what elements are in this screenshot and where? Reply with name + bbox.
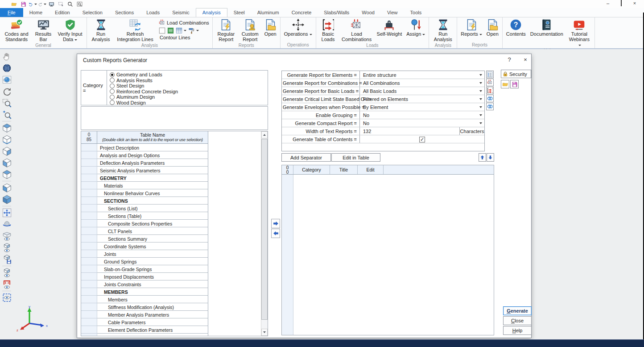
tab-concrete[interactable]: Concrete [285, 8, 318, 17]
show-elements-button[interactable] [1, 267, 12, 278]
tab-view[interactable]: View [381, 8, 404, 17]
globe-view-button[interactable] [1, 63, 12, 74]
view-front-button[interactable] [1, 146, 12, 157]
tab-wood[interactable]: Wood [355, 8, 381, 17]
table-row[interactable]: Analysis and Design Options [81, 151, 209, 159]
table-row[interactable]: Members [81, 296, 209, 303]
button-codes-and-standards[interactable]: Codes and Standards [1, 18, 32, 42]
button-contour-green[interactable] [167, 27, 174, 34]
button-open[interactable]: Open [262, 18, 279, 37]
restore-button[interactable] [615, 0, 628, 7]
tab-file[interactable]: File [0, 8, 23, 17]
button-self-weight[interactable]: Self-Weight [375, 18, 405, 37]
close-button[interactable]: Close [503, 316, 532, 325]
section-view-button[interactable] [1, 230, 12, 242]
button-custom-report[interactable]: Custom Report [238, 18, 262, 42]
view-top-button[interactable] [1, 122, 12, 134]
remove-from-report-button[interactable] [271, 229, 280, 238]
open-file-button[interactable] [10, 0, 18, 8]
button-load-combinations[interactable]: Load Combinations [339, 18, 375, 42]
param-value[interactable]: 132 [360, 127, 459, 135]
table-row[interactable]: Joints [81, 250, 209, 258]
generate-button[interactable]: Generate [503, 306, 532, 315]
zoom-selection-button[interactable] [1, 109, 12, 120]
render-view-button[interactable] [1, 74, 12, 85]
scroll-down-button[interactable] [261, 329, 268, 336]
table-row[interactable]: Coordinate Systems [81, 242, 209, 250]
move-down-button[interactable] [487, 153, 494, 162]
minimize-button[interactable]: – [601, 0, 615, 7]
undo-button[interactable] [29, 0, 37, 8]
select-area-button[interactable] [57, 0, 65, 8]
param-value[interactable]: All Basic Loads [360, 87, 484, 95]
table-row[interactable]: Ground Springs [81, 258, 209, 265]
redo-button[interactable] [38, 0, 46, 8]
param-value[interactable]: By Element [360, 103, 484, 111]
display-button[interactable] [47, 0, 56, 8]
close-window-button[interactable]: × [628, 0, 641, 7]
save-report-template-button[interactable] [510, 80, 519, 88]
button-results-bar[interactable]: Results Bar [32, 18, 55, 42]
rotate-view-button[interactable] [1, 86, 12, 97]
preview-button[interactable] [75, 0, 84, 8]
table-row[interactable]: Project Description [81, 144, 209, 151]
table-row[interactable]: Member Analysis Parameters [81, 311, 209, 318]
tab-edition[interactable]: Edition [49, 8, 76, 17]
orbit-view-button[interactable] [1, 219, 12, 230]
table-row[interactable]: Materials [81, 182, 209, 189]
table-row[interactable]: Sections (Table) [81, 212, 209, 220]
button-contour-table[interactable] [176, 27, 186, 34]
button-reports[interactable]: Reports [458, 18, 484, 37]
tab-sections[interactable]: Sections [109, 8, 140, 17]
open-report-template-button[interactable] [501, 80, 509, 88]
tab-steel[interactable]: Steel [227, 8, 251, 17]
pick-basic-loads-button[interactable] [486, 87, 494, 94]
table-row[interactable]: CLT Panels [81, 227, 209, 235]
radio-aluminum-design[interactable]: Aluminum Design [110, 94, 268, 100]
button-regular-report[interactable]: Regular Report [214, 18, 238, 42]
button-contour-lines[interactable]: Contour Lines [159, 35, 209, 40]
table-row[interactable]: GEOMETRY [81, 174, 209, 182]
link-envelopes-button[interactable] [486, 103, 494, 110]
pan-view-button[interactable] [1, 51, 12, 62]
view-iso-button[interactable] [1, 169, 12, 180]
param-value[interactable]: Filtered on Elements [360, 95, 484, 103]
radio-geometry-and-loads[interactable]: Geometry and Loads [110, 72, 268, 78]
security-button[interactable]: Security [501, 70, 531, 78]
tab-home[interactable]: Home [23, 8, 49, 17]
button-verify-input-data[interactable]: Verify Input Data [55, 18, 85, 42]
tab-seismic[interactable]: Seismic [166, 8, 196, 17]
table-row[interactable]: Imposed Displacements [81, 273, 209, 280]
scroll-up-button[interactable] [261, 131, 268, 138]
button-contents[interactable]: ?Contents [504, 18, 528, 37]
radio-steel-design[interactable]: Steel Design [110, 83, 268, 89]
scrollbar-thumb[interactable] [261, 139, 268, 320]
table-row[interactable]: Seismic Analysis Parameters [81, 167, 209, 174]
tab-aluminum[interactable]: Aluminum [251, 8, 285, 17]
view-3d-button[interactable] [1, 194, 12, 205]
tab-selection[interactable]: Selection [76, 8, 109, 17]
tab-tools[interactable]: Tools [404, 8, 428, 17]
link-limit-state-button[interactable] [486, 95, 494, 102]
zoom-window-button[interactable] [1, 97, 12, 109]
button-contour-white[interactable] [159, 27, 165, 34]
add-to-report-button[interactable] [271, 219, 280, 228]
table-row[interactable]: MEMBERS [81, 288, 209, 296]
table-row[interactable]: Stiffness Modification (Analysis) [81, 303, 209, 311]
button-open[interactable]: Open [484, 18, 501, 37]
tab-slabs-walls[interactable]: Slabs/Walls [318, 8, 355, 17]
button-refresh-integration-lines[interactable]: Refresh Integration Lines [113, 18, 157, 42]
button-load-combinations[interactable]: Load Combinations [159, 19, 209, 26]
save-view-button[interactable] [1, 254, 12, 265]
visibility-toggle-button[interactable] [1, 242, 12, 253]
button-run-analysis[interactable]: Run Analysis [430, 18, 455, 42]
table-row[interactable]: Element Deflection Parameters [81, 326, 209, 334]
pick-elements-button[interactable] [486, 71, 494, 78]
param-value[interactable]: No [360, 111, 484, 119]
button-run-analysis[interactable]: Run Analysis [88, 18, 113, 42]
vertical-scrollbar[interactable] [261, 131, 268, 336]
fit-view-button[interactable] [1, 207, 12, 218]
button-documentation[interactable]: Documentation [528, 18, 566, 37]
dialog-close-button[interactable]: × [521, 56, 529, 64]
table-row[interactable]: Sections (List) [81, 205, 209, 212]
